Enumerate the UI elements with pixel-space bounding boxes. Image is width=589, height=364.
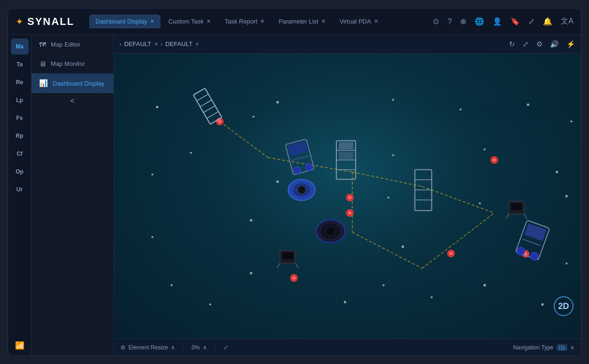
svg-point-60 [156,106,159,108]
sidebar-tab-re[interactable]: Re [11,74,29,90]
svg-point-84 [209,303,211,305]
sidebar-tab-fs[interactable]: Fs [11,110,29,126]
robot-rack-2 [336,141,356,179]
navigation-type-arrow: ∧ [570,344,574,351]
tab-paramlist[interactable]: Parameter List✕ [272,15,332,28]
tab-close[interactable]: ✕ [150,18,154,24]
tab-close[interactable]: ✕ [207,18,211,24]
expand-control[interactable]: ⤢ [223,344,228,351]
sidebar-tab-ta[interactable]: Ta [11,56,29,72]
sidebar-collapse-button[interactable]: < [32,93,113,109]
svg-line-2 [352,172,422,187]
tab-close[interactable]: ✕ [260,18,264,24]
sidebar-menu-dashboard-display[interactable]: 📊Dashboard Display [32,73,113,93]
robot-forklift-1 [515,220,550,261]
svg-point-71 [484,149,486,150]
tab-taskreport[interactable]: Task Report✕ [219,15,271,28]
tab-custom[interactable]: Custom Task✕ [162,15,217,28]
user-icon[interactable]: 👤 [493,17,502,26]
svg-point-79 [250,272,252,274]
svg-point-82 [565,262,567,264]
bookmark-icon[interactable]: 🔖 [510,17,520,26]
robot-rack-3 [415,170,432,211]
tab-dashboard[interactable]: Dashboard Display✕ [89,15,160,28]
logo-star: ✦ [16,16,24,27]
svg-point-85 [344,301,346,303]
svg-point-67 [570,120,572,122]
map-svg: dots rendered below [114,54,581,339]
zoom-control[interactable]: 0% ∧ [191,344,207,351]
sidebar-tab-ur[interactable]: Ur [11,182,29,198]
breadcrumb-default-2[interactable]: DEFAULT [166,40,193,47]
logo-text: SYNALL [27,16,74,28]
svg-point-28 [298,186,305,194]
zoom-up-arrow: ∧ [203,344,207,351]
header: ✦ SYNALL Dashboard Display✕Custom Task✕T… [8,8,581,35]
svg-point-86 [431,296,433,298]
sidebar-bottom: 📶 [15,341,24,350]
header-tabs: Dashboard Display✕Custom Task✕Task Repor… [89,15,433,28]
svg-point-65 [460,109,462,111]
svg-point-74 [250,219,252,222]
svg-point-64 [392,99,394,101]
globe-icon[interactable]: ⊙ [433,17,439,26]
tab-close[interactable]: ✕ [321,18,326,24]
svg-rect-47 [511,203,523,210]
breadcrumb: › DEFAULT ∨ › DEFAULT ∨ [119,40,199,47]
navigation-type-control[interactable]: Navigation Type (1) ∧ [513,344,574,351]
sidebar-tabs: MaTaReLpFsRpCfOpUr 📶 [8,35,32,356]
settings-icon[interactable]: ⚙ [536,40,542,48]
breadcrumb-chevron-1: › [119,41,121,47]
sidebar-tab-cf[interactable]: Cf [11,146,29,162]
sidebar-tab-lp[interactable]: Lp [11,92,29,108]
sidebar-tab-rp[interactable]: Rp [11,128,29,144]
svg-point-69 [277,181,279,183]
svg-line-3 [422,187,494,213]
sidebar-menu-map-monitor[interactable]: 🖥Map Monitor [32,54,113,73]
breadcrumb-chevron-2: › [161,41,163,47]
volume-icon[interactable]: 🔊 [550,40,559,48]
refresh-icon[interactable]: ↻ [509,40,515,48]
main-content: › DEFAULT ∨ › DEFAULT ∨ ↻ ⤢ ⚙ 🔊 ⚡ [114,35,581,356]
svg-point-73 [151,236,153,238]
power-icon[interactable]: ⚡ [566,40,575,48]
svg-point-68 [151,174,153,175]
header-icons: ⊙ ? ⊕ 🌐 👤 🔖 ⤢ 🔔 文A [433,16,573,26]
fullscreen-icon[interactable]: ⤢ [523,40,529,48]
help-icon[interactable]: ? [447,17,452,26]
zoom-label: 0% [191,344,199,351]
svg-point-61 [190,152,192,154]
svg-point-76 [479,202,481,204]
earth-icon[interactable]: 🌐 [475,17,484,26]
svg-line-25 [207,111,219,118]
location-pin-icon[interactable]: ⊕ [460,17,466,26]
chevron-down-icon-2: ∨ [195,41,199,47]
sidebar-menu-map-editor[interactable]: 🗺Map Editor [32,35,113,54]
robot-amr-2 [316,220,345,243]
navigation-type-label: Navigation Type [513,344,554,351]
element-resize-up-arrow: ∧ [171,344,175,351]
svg-point-8 [218,119,222,123]
bell-icon[interactable]: 🔔 [543,17,552,26]
sidebar-tab-ma[interactable]: Ma [11,39,29,55]
tab-close[interactable]: ✕ [374,18,378,24]
svg-line-23 [200,100,212,107]
robot-device-1 [277,251,298,268]
map-viewport[interactable]: dots rendered below [114,54,581,339]
svg-point-10 [493,158,496,162]
svg-line-24 [203,106,215,112]
resize-icon[interactable]: ⤢ [528,17,534,26]
tab-virtualpda[interactable]: Virtual PDA✕ [334,15,384,28]
svg-point-63 [277,101,279,103]
svg-point-83 [402,245,404,248]
sidebar-tab-op[interactable]: Op [11,164,29,180]
breadcrumb-default-1[interactable]: DEFAULT [124,40,151,47]
wifi-icon: 📶 [15,341,24,349]
translate-icon[interactable]: 文A [561,16,573,26]
svg-line-44 [277,263,280,268]
badge-2d: 2D [554,296,573,316]
menu-item-label: Map Editor [51,41,80,48]
menu-item-label: Dashboard Display [53,80,104,87]
element-resize-control[interactable]: ⚙ Element Resize ∧ [120,344,175,351]
svg-point-66 [527,103,529,106]
